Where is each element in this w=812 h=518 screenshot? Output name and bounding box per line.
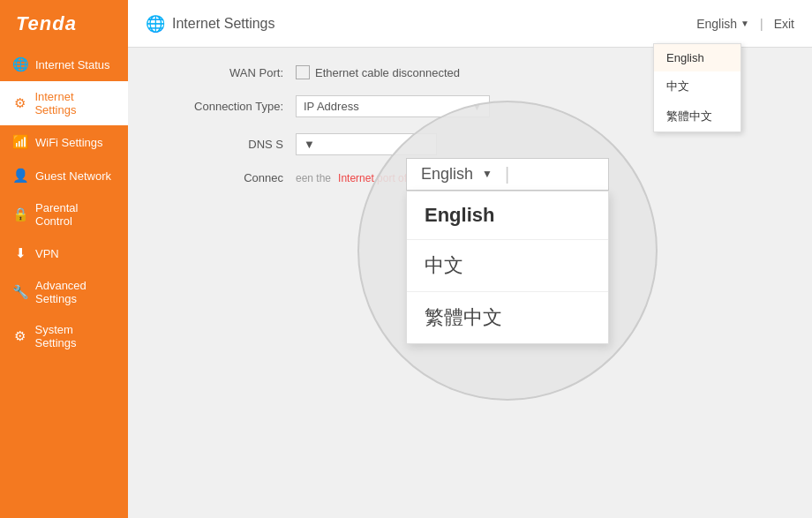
sidebar-item-label: VPN <box>35 247 59 260</box>
sidebar-item-label: Internet Status <box>35 58 110 71</box>
language-button[interactable]: English ▼ <box>696 17 749 31</box>
guest-network-icon: 👤 <box>12 168 28 184</box>
advanced-settings-icon: 🔧 <box>12 284 28 300</box>
language-label: English <box>696 17 737 31</box>
wan-cable-icon <box>296 65 310 79</box>
internet-settings-icon: ⚙ <box>12 95 27 111</box>
connection-type-select[interactable]: IP Address ▼ <box>296 95 490 117</box>
connection-note-prefix: een the <box>296 172 331 184</box>
dns-control: ▼ <box>296 133 437 155</box>
globe-icon: 🌐 <box>146 14 165 34</box>
parental-control-icon: 🔒 <box>12 206 28 222</box>
sidebar-item-parental-control[interactable]: 🔒 Parental Control <box>0 192 128 236</box>
zoom-option-traditional-chinese[interactable]: 繁體中文 <box>407 292 608 343</box>
wan-status: Ethernet cable disconnected <box>296 65 460 79</box>
wifi-settings-icon: 📶 <box>12 134 28 150</box>
sidebar-item-label: Advanced Settings <box>35 279 116 305</box>
sidebar-logo: Tenda <box>0 0 128 48</box>
connection-note-highlight: Internet port of the router and the <box>338 172 493 184</box>
lang-option-english[interactable]: English <box>654 44 741 71</box>
sidebar: Tenda 🌐 Internet Status ⚙ Internet Setti… <box>0 0 128 518</box>
dns-row: DNS S ▼ <box>154 133 786 155</box>
header-separator: | <box>760 17 763 31</box>
exit-button[interactable]: Exit <box>774 17 794 31</box>
main-content: 🌐 Internet Settings English ▼ | Exit Eng… <box>128 0 812 518</box>
wan-status-text: Ethernet cable disconnected <box>315 66 460 79</box>
connection-type-arrow: ▼ <box>472 101 482 112</box>
internet-status-icon: 🌐 <box>12 56 28 72</box>
sidebar-item-label: Internet Settings <box>34 90 116 116</box>
dns-arrow: ▼ <box>304 138 315 151</box>
lang-option-chinese[interactable]: 中文 <box>654 71 741 101</box>
system-settings-icon: ⚙ <box>12 328 28 344</box>
connection-type-control: IP Address ▼ <box>296 95 490 117</box>
header-right: English ▼ | Exit English 中文 繁體中文 <box>696 17 794 31</box>
sidebar-item-label: Parental Control <box>35 201 116 228</box>
vpn-icon: ⬇ <box>12 245 28 261</box>
sidebar-item-label: Guest Network <box>35 169 111 183</box>
sidebar-item-internet-status[interactable]: 🌐 Internet Status <box>0 48 128 81</box>
language-dropdown: English 中文 繁體中文 <box>653 43 741 132</box>
connection-note: een the Internet port of the router and … <box>296 172 493 184</box>
sidebar-item-advanced-settings[interactable]: 🔧 Advanced Settings <box>0 270 128 314</box>
zoom-option-chinese[interactable]: 中文 <box>407 240 608 292</box>
sidebar-item-wifi-settings[interactable]: 📶 WiFi Settings <box>0 125 128 159</box>
wan-port-label: WAN Port: <box>154 66 296 79</box>
sidebar-item-label: System Settings <box>35 323 116 349</box>
header: 🌐 Internet Settings English ▼ | Exit Eng… <box>128 0 812 48</box>
page-title: Internet Settings <box>172 16 275 32</box>
sidebar-item-label: WiFi Settings <box>35 136 103 149</box>
connection-row: Connec een the Internet port of the rout… <box>154 171 786 184</box>
connection-type-value: IP Address <box>304 100 359 113</box>
language-arrow-icon: ▼ <box>741 19 749 28</box>
connection-label: Connec <box>154 171 296 184</box>
brand-name: Tenda <box>16 12 77 35</box>
sidebar-item-vpn[interactable]: ⬇ VPN <box>0 236 128 270</box>
sidebar-item-internet-settings[interactable]: ⚙ Internet Settings <box>0 81 128 125</box>
sidebar-item-guest-network[interactable]: 👤 Guest Network <box>0 159 128 192</box>
magnifier-content: English ▼ | English 中文 繁體中文 <box>359 158 656 344</box>
zoom-option-english[interactable]: English <box>407 191 608 240</box>
page-title-area: 🌐 Internet Settings <box>146 14 275 34</box>
sidebar-item-system-settings[interactable]: ⚙ System Settings <box>0 314 128 358</box>
zoom-lang-dropdown: English 中文 繁體中文 <box>406 191 609 344</box>
lang-option-traditional-chinese[interactable]: 繁體中文 <box>654 101 741 131</box>
connection-type-label: Connection Type: <box>154 100 296 113</box>
dns-label: DNS S <box>154 138 296 151</box>
dns-select[interactable]: ▼ <box>296 133 437 155</box>
